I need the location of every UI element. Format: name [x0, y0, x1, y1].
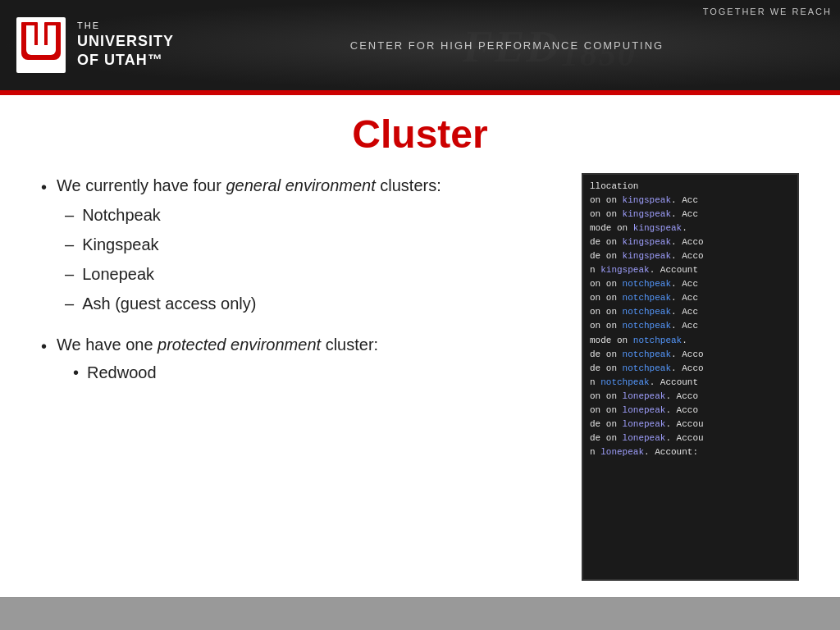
dash-1: –	[65, 203, 74, 227]
bullet-item-1: • We currently have four general environ…	[41, 173, 557, 321]
slide-title: Cluster	[41, 112, 799, 157]
bullet1-prefix: We currently have four	[57, 176, 226, 194]
terminal-area: llocation on on kingspeak. Acc on on kin…	[582, 173, 799, 581]
bullet-item-2: • We have one protected environment clus…	[41, 332, 557, 385]
utah-u-logo	[16, 17, 66, 73]
sub-bullets-1: – Notchpeak – Kingspeak – Lonepeak –	[65, 203, 557, 316]
terminal-line-17: de on lonepeak. Accou	[590, 418, 791, 431]
terminal-line-3: mode on kingspeak.	[590, 221, 791, 235]
university-logo-text: THE UNIVERSITY OF UTAH™	[77, 20, 174, 70]
header-center: CENTER FOR HIGH PERFORMANCE COMPUTING	[174, 38, 840, 52]
terminal-line-14: n notchpeak. Account	[590, 376, 791, 390]
terminal-line-18: de on lonepeak. Accou	[590, 431, 791, 445]
bullet-dot-1: •	[41, 175, 47, 199]
terminal-line-5: de on kingspeak. Acco	[590, 249, 791, 263]
header-center-text: CENTER FOR HIGH PERFORMANCE COMPUTING	[350, 39, 664, 52]
sub-bullet-notchpeak: – Notchpeak	[65, 203, 557, 227]
logo-the: THE	[77, 20, 174, 31]
footer	[0, 597, 840, 630]
terminal-line-11: mode on notchpeak.	[590, 334, 791, 348]
terminal-line-7: on on notchpeak. Acc	[590, 277, 791, 291]
sub-bullet-label-lonepeak: Lonepeak	[82, 262, 154, 286]
dash-3: –	[65, 262, 74, 286]
text-area: • We currently have four general environ…	[41, 173, 557, 581]
sub-bullet-label-notchpeak: Notchpeak	[82, 203, 161, 227]
content-area: • We currently have four general environ…	[41, 173, 799, 581]
sub-bullet-label-redwood: Redwood	[87, 360, 157, 385]
terminal-line-15: on on lonepeak. Acco	[590, 390, 791, 404]
logo-area: THE UNIVERSITY OF UTAH™	[0, 17, 174, 73]
bullet2-suffix: cluster:	[321, 336, 378, 354]
terminal-line-1: on on kingspeak. Acc	[590, 194, 791, 208]
terminal-line-8: on on notchpeak. Acc	[590, 291, 791, 305]
terminal-line-4: de on kingspeak. Acco	[590, 235, 791, 249]
logo-university: UNIVERSITY	[77, 32, 174, 51]
bullet-content-1: We currently have four general environme…	[57, 173, 557, 321]
bullet1-suffix: clusters:	[376, 176, 441, 194]
sub-bullet-redwood-container: • Redwood	[73, 360, 557, 385]
bullet2-prefix: We have one	[57, 336, 158, 354]
terminal-line-19: n lonepeak. Account:	[590, 445, 791, 459]
bullet-dot-redwood: •	[73, 360, 79, 385]
bullet-dot-2: •	[41, 334, 47, 358]
terminal-line-16: on on lonepeak. Acco	[590, 404, 791, 418]
svg-rect-8	[26, 45, 56, 55]
header: FED 1850 THE UNIVERSITY OF UTAH™ CENTER …	[0, 0, 840, 90]
sub-bullet-ash: – Ash (guest access only)	[65, 291, 557, 316]
terminal-line-0: llocation	[590, 180, 791, 194]
sub-bullet-label-kingspeak: Kingspeak	[82, 232, 158, 257]
terminal-line-10: on on notchpeak. Acc	[590, 319, 791, 333]
terminal-line-12: de on notchpeak. Acco	[590, 348, 791, 362]
dash-4: –	[65, 291, 74, 316]
tagline: TOGETHER WE REACH	[703, 7, 832, 16]
bullet1-italic: general environment	[226, 176, 375, 194]
sub-bullet-label-ash: Ash (guest access only)	[82, 291, 256, 316]
sub-bullet-lonepeak: – Lonepeak	[65, 262, 557, 286]
logo-of-utah: OF UTAH™	[77, 51, 174, 70]
sub-bullet-kingspeak: – Kingspeak	[65, 232, 557, 257]
bullet2-italic: protected environment	[158, 336, 321, 354]
terminal-line-6: n kingspeak. Account	[590, 263, 791, 277]
terminal-line-2: on on kingspeak. Acc	[590, 208, 791, 221]
bullet-content-2: We have one protected environment cluste…	[57, 332, 557, 385]
terminal-line-13: de on notchpeak. Acco	[590, 362, 791, 376]
main-content: Cluster • We currently have four general…	[0, 95, 840, 597]
dash-2: –	[65, 232, 74, 257]
terminal-line-9: on on notchpeak. Acc	[590, 305, 791, 319]
